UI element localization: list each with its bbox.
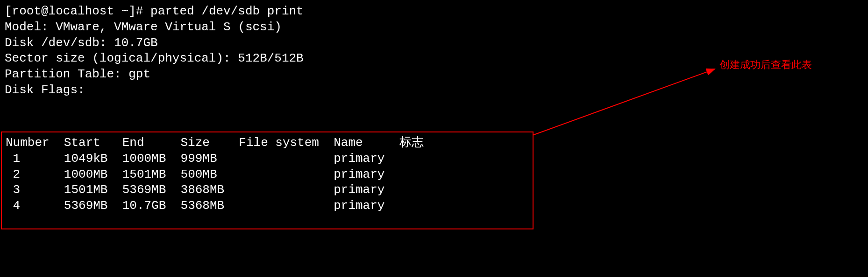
header-flags: 标志	[399, 136, 424, 150]
cell-number: 3	[13, 183, 21, 197]
cell-start: 5369MB	[64, 199, 108, 213]
cell-end: 5369MB	[122, 183, 166, 197]
cell-size: 500MB	[181, 167, 217, 181]
cell-end: 1501MB	[122, 167, 166, 181]
cell-start: 1049kB	[64, 152, 108, 166]
cell-name: primary	[334, 183, 384, 197]
partition-table-box: Number Start End Size File system Name 标…	[1, 132, 534, 229]
cell-name: primary	[334, 199, 384, 213]
header-name: Name	[334, 136, 363, 150]
cell-name: primary	[334, 152, 384, 166]
table-row: 2 1000MB 1501MB 500MB primary	[6, 167, 529, 183]
cell-number: 1	[13, 152, 21, 166]
cell-start: 1000MB	[64, 167, 108, 181]
annotation-text: 创建成功后查看此表	[719, 58, 812, 72]
output-disk-flags: Disk Flags:	[5, 83, 868, 98]
table-row: 4 5369MB 10.7GB 5368MB primary	[6, 198, 529, 214]
cell-name: primary	[334, 167, 384, 181]
output-disk: Disk /dev/sdb: 10.7GB	[5, 35, 868, 51]
cell-size: 3868MB	[181, 183, 225, 197]
output-model: Model: VMware, VMware Virtual S (scsi)	[5, 20, 868, 35]
cell-size: 999MB	[181, 152, 217, 166]
cell-end: 1000MB	[122, 152, 166, 166]
cell-end: 10.7GB	[122, 199, 166, 213]
header-file-system: File system	[239, 136, 319, 150]
table-header-row: Number Start End Size File system Name 标…	[6, 135, 529, 151]
table-row: 1 1049kB 1000MB 999MB primary	[6, 151, 529, 167]
command-text: parted /dev/sdb print	[150, 4, 304, 18]
cell-number: 4	[13, 199, 21, 213]
command-line: [root@localhost ~]# parted /dev/sdb prin…	[5, 4, 868, 20]
header-size: Size	[181, 136, 210, 150]
cell-number: 2	[13, 167, 21, 181]
shell-prompt: [root@localhost ~]#	[5, 4, 143, 18]
header-number: Number	[6, 136, 50, 150]
cell-start: 1501MB	[64, 183, 108, 197]
header-end: End	[122, 136, 144, 150]
header-start: Start	[64, 136, 100, 150]
table-row: 3 1501MB 5369MB 3868MB primary	[6, 182, 529, 198]
cell-size: 5368MB	[181, 199, 225, 213]
